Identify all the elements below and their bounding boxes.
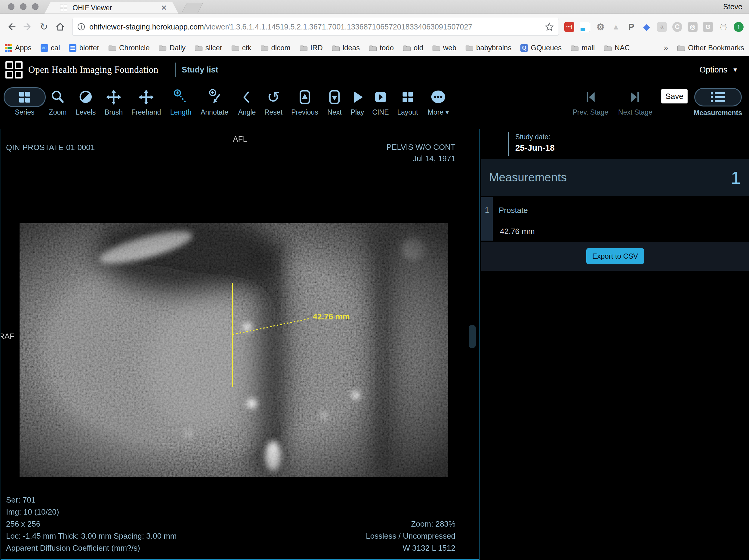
bookmark-babybrains[interactable]: babybrains — [465, 44, 511, 52]
bookmark-ctk[interactable]: ctk — [231, 44, 252, 52]
gear-extension-icon[interactable]: ⚙ — [596, 22, 605, 32]
mri-image[interactable] — [20, 223, 448, 477]
measurement-name: Prostate — [499, 206, 528, 215]
drive-extension-icon[interactable]: ▲ — [611, 22, 621, 32]
o-extension-icon[interactable]: ◎ — [688, 22, 698, 32]
previous-image-icon — [296, 89, 313, 106]
gqueues-icon: Q — [520, 44, 528, 52]
bookmark-mail[interactable]: mail — [571, 44, 595, 52]
bookmark-chronicle[interactable]: Chronicle — [108, 44, 150, 52]
bookmark-cal[interactable]: 30 cal — [41, 44, 60, 52]
export-to-csv-button[interactable]: Export to CSV — [586, 248, 644, 264]
window-minimize-button[interactable] — [20, 3, 26, 10]
measurement-row-prostate[interactable]: 1 Prostate 42.76 mm — [481, 197, 749, 241]
levels-circle-icon — [77, 89, 94, 106]
measurement-value-label[interactable]: 42.76 mm — [313, 312, 350, 322]
g-extension-icon[interactable]: G — [703, 22, 713, 32]
image-viewport[interactable]: 42.76 mm QIN-PROSTATE-01-0001 AFL PELVIS… — [1, 129, 479, 560]
slice-location: Loc: -1.45 mm Thick: 3.00 mm Spacing: 3.… — [6, 530, 176, 542]
list-icon — [711, 92, 725, 102]
browser-titlebar: OHIF Viewer ✕ Steve — [0, 0, 749, 14]
window-level: W 3132 L 1512 — [366, 542, 455, 554]
window-zoom-button[interactable] — [32, 3, 39, 10]
upload-extension-icon[interactable]: ↑ — [734, 22, 744, 32]
bookmark-todo[interactable]: todo — [369, 44, 394, 52]
password-manager-extension-icon[interactable]: •••| — [564, 22, 574, 32]
orientation-marker-left: RAF — [1, 330, 15, 342]
tool-more[interactable]: More ▾ — [428, 87, 449, 116]
next-stage-button[interactable]: Next Stage — [618, 87, 652, 116]
bookmarks-bar: Apps 30 cal blotter Chronicle Daily slic… — [0, 40, 749, 56]
folder-icon — [158, 44, 167, 51]
image-dimensions: 256 x 256 — [6, 518, 176, 530]
tool-cine[interactable]: CINE — [372, 87, 389, 116]
study-list-link[interactable]: Study list — [182, 56, 218, 84]
ohif-toolbar: Series Zoom Levels Brush Freehand Length… — [0, 84, 749, 126]
measurement-index: 1 — [481, 197, 493, 241]
bookmark-daily[interactable]: Daily — [158, 44, 185, 52]
bookmark-ideas[interactable]: ideas — [332, 44, 360, 52]
folder-icon — [571, 44, 579, 51]
tool-series[interactable]: Series — [4, 87, 46, 116]
braces-extension-icon[interactable]: {≡} — [718, 22, 728, 32]
tool-reset[interactable]: ↺ Reset — [264, 87, 282, 116]
tool-freehand[interactable]: Freehand — [131, 87, 161, 116]
reload-button[interactable]: ↻ — [38, 21, 50, 33]
bookmark-apps[interactable]: Apps — [5, 44, 31, 52]
home-button[interactable] — [54, 21, 66, 33]
options-button[interactable]: Options ▼ — [699, 56, 738, 84]
save-button[interactable]: Save — [661, 89, 688, 104]
length-measure-icon — [172, 89, 189, 106]
back-arrow-icon — [6, 22, 17, 32]
tool-zoom[interactable]: Zoom — [49, 87, 67, 116]
tool-levels[interactable]: Levels — [76, 87, 95, 116]
tool-next[interactable]: Next — [326, 87, 343, 116]
url-host: ohifviewer-staging.herokuapp.com — [89, 23, 204, 31]
window-extension-icon[interactable] — [580, 22, 590, 32]
browser-tab-ohif-viewer[interactable]: OHIF Viewer ✕ — [44, 2, 178, 14]
layout-grid-icon — [399, 89, 416, 106]
bookmark-web[interactable]: web — [432, 44, 456, 52]
tool-length[interactable]: Length — [170, 87, 191, 116]
tab-close-icon[interactable]: ✕ — [161, 4, 167, 12]
skip-to-start-icon — [582, 89, 599, 106]
study-date-accent-line — [508, 132, 509, 156]
tool-play[interactable]: Play — [349, 87, 366, 116]
url-bar[interactable]: ohifviewer-staging.herokuapp.com/viewer/… — [72, 18, 559, 36]
orientation-marker-top: AFL — [233, 133, 247, 145]
browser-profile-name[interactable]: Steve — [723, 2, 742, 11]
study-date-overlay: Jul 14, 1971 — [387, 153, 455, 164]
measurements-panel-toggle[interactable]: Measurements — [694, 88, 742, 117]
bookmark-star-icon[interactable] — [545, 22, 554, 31]
bookmark-other-bookmarks[interactable]: Other Bookmarks — [677, 44, 744, 52]
p-extension-icon[interactable]: P — [626, 22, 636, 32]
tool-layout[interactable]: Layout — [397, 87, 418, 116]
caret-down-icon: ▾ — [446, 108, 449, 116]
c-extension-icon[interactable]: C — [672, 22, 682, 32]
page-info-icon[interactable] — [77, 23, 85, 31]
bookmark-slicer[interactable]: slicer — [195, 44, 222, 52]
tool-brush[interactable]: Brush — [105, 87, 123, 116]
chat-extension-icon[interactable]: a — [657, 22, 667, 32]
bookmark-gqueues[interactable]: Q GQueues — [520, 44, 562, 52]
tool-annotate[interactable]: Annotate — [201, 87, 228, 116]
tool-angle[interactable]: Angle — [238, 87, 256, 116]
gem-extension-icon[interactable]: ◆ — [642, 22, 651, 32]
image-scrollbar-thumb[interactable] — [469, 325, 476, 348]
bookmark-blotter[interactable]: blotter — [69, 44, 99, 52]
bookmark-dicom[interactable]: dicom — [260, 44, 291, 52]
bookmark-nac[interactable]: NAC — [604, 44, 630, 52]
folder-icon — [300, 44, 308, 51]
folder-icon — [403, 44, 411, 51]
bookmark-old[interactable]: old — [403, 44, 423, 52]
tool-previous[interactable]: Previous — [291, 87, 318, 116]
back-button[interactable] — [5, 21, 18, 33]
new-tab-button[interactable] — [181, 3, 203, 13]
bookmark-ird[interactable]: IRD — [300, 44, 323, 52]
series-number: Ser: 701 — [6, 494, 176, 506]
prev-stage-button[interactable]: Prev. Stage — [573, 87, 608, 116]
bookmarks-overflow-chevron[interactable]: » — [664, 43, 668, 52]
ohif-logo-icon[interactable] — [5, 61, 23, 79]
forward-button[interactable] — [22, 21, 34, 33]
window-close-button[interactable] — [8, 3, 15, 10]
